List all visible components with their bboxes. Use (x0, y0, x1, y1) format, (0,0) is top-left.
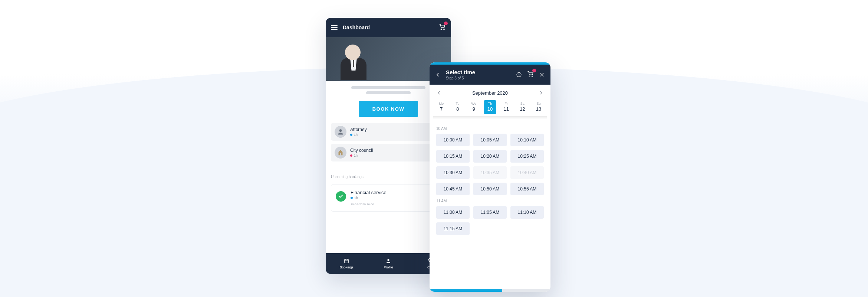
day-number: 12 (516, 106, 529, 112)
service-duration: 1h (354, 133, 358, 137)
dot-icon (350, 134, 352, 136)
select-time-title: Select time (446, 69, 511, 75)
upcoming-booking-date: 19-02-2020 16:00 (351, 203, 387, 206)
step-progress-fill (430, 289, 502, 292)
service-avatar (335, 147, 346, 159)
service-card[interactable]: Attorney1h (331, 123, 446, 141)
month-label: September 2020 (472, 90, 508, 96)
day-dow: Th (484, 102, 496, 105)
user-icon (385, 258, 391, 264)
svg-point-2 (339, 129, 342, 132)
time-slot[interactable]: 10:25 AM (510, 150, 544, 163)
day-number: 11 (500, 106, 513, 112)
upcoming-booking-duration: 1h (354, 196, 358, 200)
menu-icon[interactable] (331, 25, 338, 30)
service-duration: 1h (354, 154, 358, 157)
service-avatar (335, 126, 346, 138)
time-slot[interactable]: 10:15 AM (436, 150, 470, 163)
day-dow: Tu (451, 102, 464, 105)
month-selector: September 2020 (430, 85, 550, 98)
svg-point-0 (441, 29, 442, 30)
day-dow: Mo (435, 102, 448, 105)
day-option[interactable]: We9 (467, 100, 480, 114)
day-picker: Mo7Tu8We9Th10Fr11Sa12Su13 (430, 98, 550, 119)
service-name: Attorney (350, 127, 367, 132)
calendar-icon (343, 258, 349, 264)
step-progress-track (430, 289, 550, 292)
close-icon[interactable] (539, 71, 545, 78)
day-number: 8 (451, 106, 464, 112)
time-slot[interactable]: 11:15 AM (436, 222, 470, 235)
time-slot[interactable]: 10:05 AM (473, 134, 507, 146)
dashboard-title: Dashboard (343, 25, 433, 30)
hero-skeleton-line (351, 86, 425, 89)
day-dow: Sa (516, 102, 529, 105)
day-option[interactable]: Th10 (484, 100, 496, 114)
time-slot[interactable]: 11:10 AM (510, 206, 544, 219)
check-icon (336, 191, 346, 202)
service-card[interactable]: City council1h (331, 144, 446, 161)
nav-bookings[interactable]: Bookings (326, 253, 368, 274)
cart-button[interactable] (527, 70, 534, 79)
select-time-header: Select time Step 3 of 5 (430, 65, 550, 85)
upcoming-booking-title: Financial service (351, 190, 387, 195)
hero-person-illustration (330, 41, 382, 78)
svg-point-4 (387, 259, 389, 261)
cart-button[interactable] (438, 23, 446, 32)
dashboard-header: Dashboard (326, 18, 451, 37)
prev-month-icon[interactable] (436, 90, 442, 96)
day-number: 7 (435, 106, 448, 112)
day-option[interactable]: Fr11 (500, 100, 513, 114)
time-slot[interactable]: 10:55 AM (510, 183, 544, 195)
book-now-button[interactable]: BOOK NOW (359, 101, 418, 117)
upcoming-label: Uncoming bookings (331, 175, 364, 179)
svg-point-7 (532, 76, 533, 77)
svg-rect-3 (345, 259, 349, 263)
select-time-phone: Select time Step 3 of 5 September 2020 M… (430, 62, 550, 292)
service-name: City council (350, 148, 373, 153)
cart-badge (444, 22, 448, 25)
time-slot[interactable]: 10:10 AM (510, 134, 544, 146)
nav-label: Bookings (340, 265, 354, 269)
clock-icon[interactable] (516, 71, 522, 78)
time-slot[interactable]: 10:00 AM (436, 134, 470, 146)
day-number: 9 (467, 106, 480, 112)
day-option[interactable]: Su13 (532, 100, 545, 114)
time-slot[interactable]: 10:30 AM (436, 166, 470, 179)
time-slot[interactable]: 10:20 AM (473, 150, 507, 163)
time-slot[interactable]: 10:45 AM (436, 183, 470, 195)
back-icon[interactable] (435, 71, 441, 78)
slot-grid: 10:00 AM10:05 AM10:10 AM10:15 AM10:20 AM… (436, 134, 544, 195)
nav-label: Profile (384, 265, 393, 269)
time-slot[interactable]: 11:05 AM (473, 206, 507, 219)
time-slot[interactable]: 11:00 AM (436, 206, 470, 219)
nav-profile[interactable]: Profile (368, 253, 410, 274)
slot-grid: 11:00 AM11:05 AM11:10 AM11:15 AM (436, 206, 544, 235)
dot-icon (351, 197, 353, 199)
day-option[interactable]: Tu8 (451, 100, 464, 114)
day-dow: Su (532, 102, 545, 105)
day-dow: We (467, 102, 480, 105)
next-month-icon[interactable] (538, 90, 544, 96)
upcoming-booking-card[interactable]: Financial service 1h 19-02-2020 16:00 (331, 184, 446, 212)
time-slot[interactable]: 10:50 AM (473, 183, 507, 195)
day-option[interactable]: Mo7 (435, 100, 448, 114)
time-slot: 10:35 AM (473, 166, 507, 179)
day-option[interactable]: Sa12 (516, 100, 529, 114)
dot-icon (350, 154, 352, 157)
hour-label: 10 AM (436, 127, 544, 131)
day-number: 10 (484, 106, 496, 112)
hour-label: 11 AM (436, 199, 544, 203)
time-slot: 10:40 AM (510, 166, 544, 179)
svg-point-1 (444, 29, 445, 30)
day-dow: Fr (500, 102, 513, 105)
select-time-step: Step 3 of 5 (446, 76, 511, 80)
hero-skeleton-line (366, 91, 411, 94)
svg-point-6 (529, 76, 530, 77)
day-number: 13 (532, 106, 545, 112)
cart-badge (532, 69, 536, 72)
